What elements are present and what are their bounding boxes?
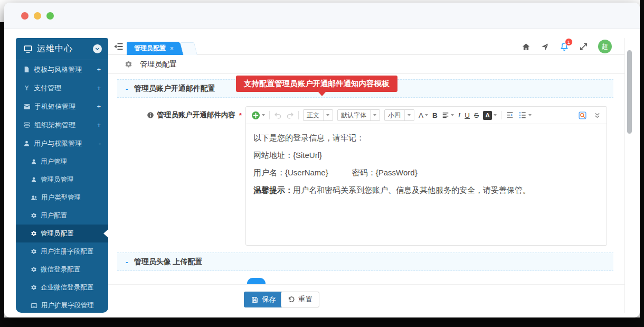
sidebar-item-sms[interactable]: 手机短信管理 + xyxy=(16,97,108,116)
notifications-button[interactable]: 1 xyxy=(560,42,569,51)
strikethrough-button[interactable]: S xyxy=(474,111,479,119)
scrollbar-thumb[interactable] xyxy=(627,50,632,134)
minimize-window-button[interactable] xyxy=(34,12,41,20)
form-card-icon xyxy=(31,302,37,309)
layers-icon xyxy=(23,122,31,129)
save-button[interactable]: 保存 xyxy=(244,292,283,307)
zoom-window-button[interactable] xyxy=(46,12,54,20)
sidebar-item-payment[interactable]: ¥ 支付管理 + xyxy=(16,79,108,97)
font-size-dropdown[interactable]: 小四 xyxy=(384,109,414,121)
collapse-minus-icon: - xyxy=(99,139,101,147)
chevrons-down-icon[interactable] xyxy=(593,111,601,119)
topbar-actions: 1 超 xyxy=(522,38,612,55)
toolbar-separator xyxy=(501,111,501,119)
page-title: 管理员配置 xyxy=(140,60,177,69)
sidebar-item-label: 手机短信管理 xyxy=(34,102,93,111)
sidebar-subitem-admin-config[interactable]: 管理员配置 xyxy=(16,225,108,242)
close-window-button[interactable] xyxy=(21,12,29,20)
collapse-minus-icon[interactable]: - xyxy=(126,85,128,93)
sidebar-subitem-label: 微信登录配置 xyxy=(41,265,80,274)
editor-line: 用户名：{UserName} 密码：{PassWord} xyxy=(253,164,599,181)
align-icon xyxy=(442,111,449,119)
sidebar-subitem-user-management[interactable]: 用户管理 xyxy=(16,153,108,171)
tab-bar: 管理员配置 × 1 超 xyxy=(108,38,624,55)
sidebar-subitem-wecom-login-config[interactable]: 企业微信登录配置 xyxy=(16,278,108,296)
home-button[interactable] xyxy=(522,42,531,51)
align-button[interactable] xyxy=(442,111,454,119)
mac-window: 运维中心 模板与风格管理 + ¥ 支付管理 + 手机短信管理 + 组织架构管理 xyxy=(4,3,640,317)
sidebar-subitem-user-config[interactable]: 用户配置 xyxy=(16,207,108,225)
fullscreen-button[interactable] xyxy=(579,42,588,51)
form-footer: 保存 重置 xyxy=(108,284,624,313)
paragraph-style-dropdown[interactable]: 正文 xyxy=(303,109,333,121)
caret-down-icon xyxy=(494,114,497,116)
underline-button[interactable]: U xyxy=(465,111,470,119)
tab-close-icon[interactable]: × xyxy=(170,45,174,52)
toolbar-right-group xyxy=(578,111,601,120)
section-avatar-upload-config[interactable]: - 管理员头像 上传配置 xyxy=(117,253,613,271)
sidebar-subitem-user-type-management[interactable]: 用户类型管理 xyxy=(16,189,108,207)
sidebar-header: 运维中心 xyxy=(16,38,108,60)
gear-icon xyxy=(31,230,37,237)
font-family-dropdown[interactable]: 默认字体 xyxy=(337,109,380,121)
send-button[interactable] xyxy=(541,42,550,51)
sidebar-subitem-user-extend-fields[interactable]: 用户扩展字段管理 xyxy=(16,296,108,313)
email-content-label: 管理员账户开通邮件内容 * xyxy=(117,110,242,120)
caret-down-icon xyxy=(528,114,532,116)
required-asterisk: * xyxy=(239,111,242,119)
sidebar-item-label: 支付管理 xyxy=(34,83,93,93)
sidebar-subitem-label: 管理员管理 xyxy=(41,175,74,184)
app-title: 运维中心 xyxy=(37,43,89,54)
users-icon xyxy=(31,194,37,201)
editor-content-area[interactable]: 以下是您的登录信息，请牢记： 网站地址：{SiteUrl} 用户名：{UserN… xyxy=(246,124,607,203)
expand-plus-icon: + xyxy=(97,121,101,129)
italic-button[interactable]: I xyxy=(458,111,461,119)
sidebar-collapse-button[interactable] xyxy=(93,44,102,53)
tab-label: 管理员配置 xyxy=(134,44,166,53)
insert-button[interactable] xyxy=(251,111,265,120)
tab-admin-config[interactable]: 管理员配置 × xyxy=(127,42,177,55)
editor-line: 温馨提示：用户名和密码关系到您账户、信息及其他服务的安全，请妥善保管。 xyxy=(253,181,599,199)
redo-icon[interactable] xyxy=(286,111,294,119)
reset-label: 重置 xyxy=(298,295,312,304)
sidebar-subitem-admin-management[interactable]: 管理员管理 xyxy=(16,171,108,189)
editor-toolbar: 正文 默认字体 小四 A B xyxy=(246,107,607,124)
collapse-minus-icon[interactable]: - xyxy=(126,258,128,266)
sidebar: 运维中心 模板与风格管理 + ¥ 支付管理 + 手机短信管理 + 组织架构管理 xyxy=(16,38,108,313)
sidebar-item-user-permission[interactable]: 用户与权限管理 - xyxy=(16,134,108,153)
bold-button[interactable]: B xyxy=(432,111,438,119)
info-icon[interactable] xyxy=(147,111,154,119)
gear-icon xyxy=(31,284,37,291)
highlight-label: A xyxy=(483,111,492,120)
window-titlebar xyxy=(4,3,640,29)
avatar[interactable]: 超 xyxy=(598,40,612,53)
reset-button[interactable]: 重置 xyxy=(281,292,319,307)
undo-icon[interactable] xyxy=(274,111,282,119)
expand-icon xyxy=(579,42,588,51)
sidebar-item-label: 模板与风格管理 xyxy=(34,65,93,74)
caret-down-icon xyxy=(326,114,329,116)
ordered-list-button[interactable] xyxy=(518,111,532,119)
font-color-button[interactable]: A xyxy=(419,111,428,119)
yen-icon: ¥ xyxy=(23,84,30,92)
highlight-color-button[interactable]: A xyxy=(483,111,497,120)
section-title: 管理员头像 上传配置 xyxy=(134,257,203,267)
dropdown-value: 小四 xyxy=(388,111,401,120)
sidebar-subitem-label: 用户配置 xyxy=(41,211,67,220)
rich-text-editor: 正文 默认字体 小四 A B xyxy=(245,106,607,246)
background-edge-bottom xyxy=(0,317,644,327)
preview-icon[interactable] xyxy=(578,111,587,120)
sidebar-item-label: 组织架构管理 xyxy=(34,120,93,130)
quote-indent-icon[interactable] xyxy=(506,111,514,119)
sidebar-item-organization[interactable]: 组织架构管理 + xyxy=(16,116,108,134)
sidebar-subitem-wechat-login-config[interactable]: 微信登录配置 xyxy=(16,260,108,278)
sidebar-subitem-label: 用户注册字段配置 xyxy=(41,247,93,256)
ordered-list-icon xyxy=(518,111,527,119)
sidebar-item-template-style[interactable]: 模板与风格管理 + xyxy=(16,60,108,79)
paper-plane-icon xyxy=(541,42,550,51)
gear-icon xyxy=(31,248,37,255)
collapse-sidebar-icon[interactable] xyxy=(113,41,124,52)
reset-icon xyxy=(288,296,295,303)
editor-text: 用户名和密码关系到您账户、信息及其他服务的安全，请妥善保管。 xyxy=(293,185,531,194)
sidebar-subitem-register-fields-config[interactable]: 用户注册字段配置 xyxy=(16,242,108,260)
